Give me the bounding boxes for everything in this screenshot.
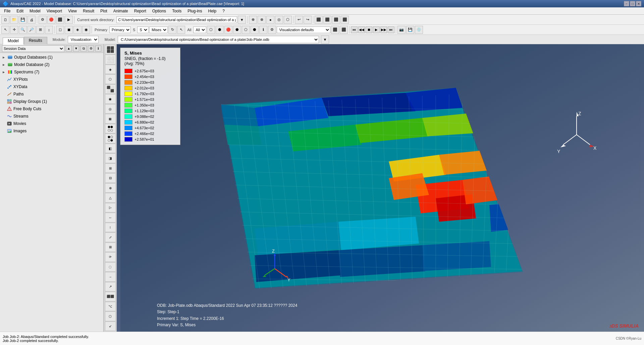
lt-btn-16[interactable]: △ (105, 193, 116, 202)
session-settings[interactable]: ⚙ (88, 46, 94, 52)
model-path-dropdown[interactable]: ▼ (321, 36, 329, 44)
tb-undo[interactable]: ↩ (295, 16, 303, 24)
tb-s5[interactable]: ⬠ (242, 26, 250, 34)
play-play[interactable]: ▶ (373, 26, 380, 33)
tb-b17[interactable]: ⬛ (341, 16, 349, 24)
menu-edit[interactable]: Edit (14, 8, 26, 14)
session-select[interactable]: Session Data (2, 45, 64, 52)
tb-b11[interactable]: ● (266, 16, 274, 24)
tb-s1[interactable]: ⬡ (207, 26, 215, 34)
tb-s7[interactable]: ℹ (259, 26, 267, 34)
tb-3d3[interactable]: ◈ (73, 26, 82, 34)
tb-3d1[interactable]: ◻ (56, 26, 64, 34)
menu-animate[interactable]: Animate (111, 8, 131, 14)
lt-btn-8[interactable]: ▦ (105, 114, 116, 123)
output-select[interactable]: Mises (149, 26, 168, 33)
scope-select[interactable]: All (193, 26, 206, 33)
tb-b14[interactable]: ⬛ (315, 16, 323, 24)
tb-updown[interactable]: ↕ (45, 26, 53, 34)
session-up[interactable]: ▲ (66, 46, 72, 52)
lt-btn-1[interactable]: ⬛⬛⬛⬛ (105, 45, 116, 54)
tb-vp2[interactable]: ⬛ (340, 26, 348, 34)
menu-question[interactable]: ? (220, 8, 227, 14)
tree-paths[interactable]: Paths (0, 90, 103, 98)
lt-btn-10[interactable]: ⬟⬠⬡⬢ (105, 134, 116, 143)
play-stop[interactable]: ⏹ (366, 26, 372, 33)
tb-s8[interactable]: ⚙ (268, 26, 276, 34)
lt-btn-13[interactable]: ⊞ (105, 163, 116, 173)
tb-s6[interactable]: ⬣ (251, 26, 259, 34)
tb-refresh[interactable]: ↻ (168, 26, 176, 34)
play-last[interactable]: ⏭ (388, 26, 394, 33)
session-copy[interactable]: ⧉ (80, 46, 87, 52)
tree-xyplots[interactable]: XYPlots (0, 76, 103, 83)
tb-arrow[interactable]: ↖ (1, 26, 9, 34)
lt-btn-4[interactable]: ⬡ (105, 74, 116, 84)
tree-model-db[interactable]: ▶ Model Database (2) (0, 61, 103, 68)
tb-save2[interactable]: 💾 (406, 26, 414, 34)
tb-3d2[interactable]: ◼ (65, 26, 73, 34)
tb-btn5[interactable]: ⚙ (39, 16, 47, 24)
minimize-button[interactable]: − (624, 1, 629, 6)
tab-model[interactable]: Model (3, 38, 24, 45)
lt-btn-29[interactable]: ↙ (105, 322, 116, 331)
tree-display-groups[interactable]: Display Groups (1) (0, 98, 103, 105)
menu-help[interactable]: Help (206, 8, 219, 14)
tb-btn7[interactable]: ⬛ (56, 16, 64, 24)
tree-output-db[interactable]: ▶ Output Databases (1) (0, 54, 103, 61)
tb-btn6[interactable]: 🔴 (47, 16, 55, 24)
tree-free-body-cuts[interactable]: Free Body Cuts (0, 105, 103, 113)
lt-btn-18[interactable]: ↔ (105, 213, 116, 222)
maximize-button[interactable]: □ (630, 1, 635, 6)
workdir-dropdown[interactable]: ▼ (238, 16, 246, 24)
tb-cursor[interactable]: ↖ (177, 26, 185, 34)
workdir-input[interactable] (116, 16, 237, 23)
lt-btn-28[interactable]: ⬡ (105, 312, 116, 321)
tb-s4[interactable]: ⬟ (233, 26, 241, 34)
lt-btn-17[interactable]: ▷ (105, 203, 116, 212)
tb-zoom3[interactable]: ⊞ (36, 26, 44, 34)
lt-btn-7[interactable]: ◎ (105, 104, 116, 114)
lt-btn-24[interactable]: → (105, 272, 116, 281)
field-select[interactable]: S (137, 26, 149, 33)
lt-btn-15[interactable]: ⊕ (105, 183, 116, 193)
menu-result[interactable]: Result (80, 8, 97, 14)
tb-b10[interactable]: ⊗ (258, 16, 266, 24)
play-prev[interactable]: ◀◀ (358, 26, 365, 33)
tb-s2[interactable]: ⬢ (216, 26, 224, 34)
tree-streams[interactable]: Streams (0, 113, 103, 120)
menu-model[interactable]: Model (27, 8, 43, 14)
tb-b15[interactable]: ⬛ (323, 16, 331, 24)
tb-3d4[interactable]: ◉ (82, 26, 90, 34)
tb-b16[interactable]: ⬛ (332, 16, 340, 24)
tb-save3[interactable]: 💿 (415, 26, 423, 34)
viz-defaults-select[interactable]: Visualization defaults (277, 26, 330, 33)
play-next[interactable]: ▶▶ (380, 26, 387, 33)
lt-btn-26[interactable]: ⬛⬛ (105, 292, 116, 301)
lt-btn-25[interactable]: ↗ (105, 282, 116, 291)
tb-plus[interactable]: ✛ (10, 26, 18, 34)
menu-options[interactable]: Options (150, 8, 169, 14)
menu-plot[interactable]: Plot (98, 8, 110, 14)
tb-b9[interactable]: ⊕ (249, 16, 257, 24)
tb-btn8[interactable]: ▶ (65, 16, 73, 24)
lt-btn-20[interactable]: ⤢ (105, 232, 116, 242)
tb-save[interactable]: 💾 (19, 16, 27, 24)
lt-btn-22[interactable]: ⟳ (105, 252, 116, 262)
tb-b13[interactable]: ⬡ (284, 16, 292, 24)
lt-btn-3[interactable]: ◈ (105, 65, 116, 74)
lt-btn-2[interactable]: ⬜⬜⬜⬜ (105, 55, 116, 64)
tree-images[interactable]: Images (0, 127, 103, 135)
lt-btn-6[interactable]: ◉ (105, 94, 116, 104)
tb-s3[interactable]: 🔴 (224, 26, 232, 34)
tb-zoom2[interactable]: 🔎 (28, 26, 36, 34)
primary-select[interactable]: Primary (109, 26, 131, 33)
tb-vp1[interactable]: ⬛ (331, 26, 339, 34)
lt-btn-12[interactable]: ◨ (105, 153, 116, 163)
model-path-select[interactable]: C:/Users/yanran/Desktop/structural optim… (118, 36, 319, 43)
tb-open[interactable]: 📁 (10, 16, 18, 24)
tb-new[interactable]: 🗋 (1, 16, 9, 24)
menu-plugins[interactable]: Plug-ins (185, 8, 205, 14)
tab-results[interactable]: Results (24, 37, 47, 44)
menu-file[interactable]: File (1, 8, 13, 14)
